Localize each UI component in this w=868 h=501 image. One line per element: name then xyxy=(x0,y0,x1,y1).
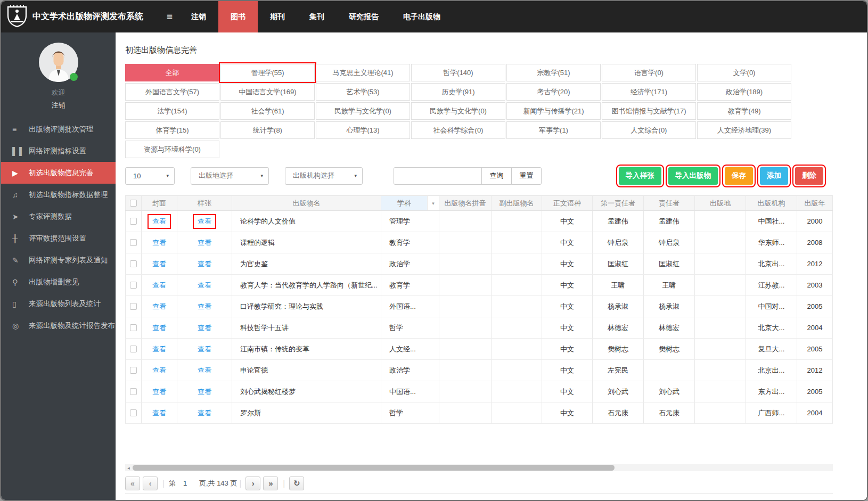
nav-tab-books[interactable]: 图书 xyxy=(218,1,258,32)
category-button[interactable]: 历史学(91) xyxy=(411,83,505,101)
next-page-button[interactable]: › xyxy=(245,477,260,490)
query-button[interactable]: 查询 xyxy=(481,167,512,185)
category-button[interactable]: 艺术学(53) xyxy=(316,83,410,101)
category-button[interactable]: 新闻学与传播学(21) xyxy=(506,102,601,120)
view-cover-link[interactable]: 查看 xyxy=(152,281,166,289)
category-button[interactable]: 管理学(55) xyxy=(220,64,315,81)
sidebar-item-source-report-publish[interactable]: ◎ 来源出版物及统计报告发布 xyxy=(1,315,116,336)
category-button[interactable]: 文学(0) xyxy=(697,64,791,81)
view-cover-link[interactable]: 查看 xyxy=(152,302,166,310)
view-cover-link[interactable]: 查看 xyxy=(152,345,166,353)
nav-tab-epublications[interactable]: 电子出版物 xyxy=(391,1,453,32)
category-button[interactable]: 民族学与文化学(0) xyxy=(411,102,505,120)
row-checkbox[interactable] xyxy=(130,367,137,374)
view-sample-link[interactable]: 查看 xyxy=(198,345,211,353)
category-button[interactable]: 统计学(8) xyxy=(220,121,315,139)
row-checkbox[interactable] xyxy=(130,239,137,246)
import-sample-button[interactable]: 导入样张 xyxy=(619,167,661,185)
category-button[interactable]: 民族学与文化学(0) xyxy=(316,102,410,120)
view-cover-link[interactable]: 查看 xyxy=(152,217,166,225)
publish-place-select[interactable]: 出版地选择 ▾ xyxy=(191,167,269,185)
category-button[interactable]: 马克思主义理论(41) xyxy=(316,64,410,81)
sidebar-logout-link[interactable]: 注销 xyxy=(1,101,116,110)
view-cover-link[interactable]: 查看 xyxy=(152,324,166,332)
view-sample-link[interactable]: 查看 xyxy=(198,260,211,268)
view-sample-link[interactable]: 查看 xyxy=(198,217,211,225)
sidebar-item-expert-evaluation-data[interactable]: ➤ 专家评测数据 xyxy=(1,206,116,227)
category-button[interactable]: 军事学(1) xyxy=(506,121,601,139)
search-input[interactable] xyxy=(394,167,482,185)
row-checkbox[interactable] xyxy=(130,346,137,352)
row-checkbox[interactable] xyxy=(130,282,137,289)
view-sample-link[interactable]: 查看 xyxy=(198,409,211,417)
row-checkbox[interactable] xyxy=(130,260,137,267)
category-button[interactable]: 宗教学(51) xyxy=(506,64,601,81)
view-sample-link[interactable]: 查看 xyxy=(198,366,211,374)
row-checkbox[interactable] xyxy=(130,218,137,225)
sidebar-item-network-index-settings[interactable]: ▌▐ 网络评测指标设置 xyxy=(1,140,116,162)
category-button[interactable]: 体育学(15) xyxy=(125,121,219,139)
sidebar-item-preselection-info[interactable]: ▶ 初选出版物信息完善 xyxy=(1,162,116,184)
category-button[interactable]: 语言学(0) xyxy=(602,64,696,81)
import-publication-button[interactable]: 导入出版物 xyxy=(668,167,718,185)
cell-place xyxy=(695,232,746,253)
sidebar-item-batch-management[interactable]: ≡ 出版物评测批次管理 xyxy=(1,118,116,140)
category-button[interactable]: 政治学(189) xyxy=(697,83,791,101)
nav-tab-journals[interactable]: 期刊 xyxy=(258,1,297,32)
category-button[interactable]: 外国语言文学(57) xyxy=(125,83,219,101)
first-page-button[interactable]: « xyxy=(125,477,140,490)
view-sample-link[interactable]: 查看 xyxy=(198,239,211,247)
prev-page-button[interactable]: ‹ xyxy=(143,477,158,490)
category-button[interactable]: 经济学(171) xyxy=(602,83,696,101)
page-size-select[interactable]: 10 ▾ xyxy=(125,167,175,185)
view-cover-link[interactable]: 查看 xyxy=(152,388,166,396)
view-sample-link[interactable]: 查看 xyxy=(198,281,211,289)
view-cover-link[interactable]: 查看 xyxy=(152,239,166,247)
view-cover-link[interactable]: 查看 xyxy=(152,260,166,268)
view-cover-link[interactable]: 查看 xyxy=(152,409,166,417)
horizontal-scrollbar[interactable]: ◂ xyxy=(125,464,833,471)
sidebar-item-index-data-organize[interactable]: ♫ 初选出版物指标数据整理 xyxy=(1,184,116,206)
sidebar-item-expert-list-notice[interactable]: ✎ 网络评测专家列表及通知 xyxy=(1,249,116,271)
category-button[interactable]: 人文综合(0) xyxy=(602,121,696,139)
publisher-select[interactable]: 出版机构选择 ▾ xyxy=(285,167,363,185)
add-button[interactable]: 添加 xyxy=(760,167,788,185)
category-button[interactable]: 考古学(20) xyxy=(506,83,601,101)
select-all-checkbox[interactable] xyxy=(130,200,137,207)
scroll-left-arrow-icon[interactable]: ◂ xyxy=(125,465,132,471)
category-button[interactable]: 教育学(49) xyxy=(697,102,791,120)
category-button[interactable]: 哲学(140) xyxy=(411,64,505,81)
nav-tab-logout[interactable]: 注销 xyxy=(179,1,218,32)
scrollbar-thumb[interactable] xyxy=(133,465,615,471)
category-button[interactable]: 全部 xyxy=(125,64,219,81)
view-sample-link[interactable]: 查看 xyxy=(198,302,211,310)
category-button[interactable]: 人文经济地理(39) xyxy=(697,121,791,139)
nav-tab-research-reports[interactable]: 研究报告 xyxy=(337,1,391,32)
category-button[interactable]: 法学(154) xyxy=(125,102,219,120)
row-checkbox[interactable] xyxy=(130,324,137,331)
view-cover-link[interactable]: 查看 xyxy=(152,366,166,374)
category-button[interactable]: 资源与环境科学(0) xyxy=(125,141,219,158)
nav-tab-collections[interactable]: 集刊 xyxy=(297,1,337,32)
row-checkbox[interactable] xyxy=(130,409,137,416)
view-sample-link[interactable]: 查看 xyxy=(198,324,211,332)
category-button[interactable]: 中国语言文学(169) xyxy=(220,83,315,101)
save-button[interactable]: 保存 xyxy=(725,167,753,185)
reset-button[interactable]: 重置 xyxy=(511,167,542,185)
sidebar-item-review-data-scope[interactable]: ╫ 评审数据范围设置 xyxy=(1,227,116,249)
row-checkbox[interactable] xyxy=(130,303,137,310)
sidebar-item-source-list-stats[interactable]: ▯ 来源出版物列表及统计 xyxy=(1,293,116,315)
delete-button[interactable]: 删除 xyxy=(795,167,823,185)
category-button[interactable]: 图书馆情报与文献学(17) xyxy=(602,102,696,120)
subject-filter-dropdown-icon[interactable]: ▾ xyxy=(428,196,439,210)
row-checkbox[interactable] xyxy=(130,388,137,395)
hamburger-menu-icon[interactable]: ≡ xyxy=(167,11,173,23)
view-sample-link[interactable]: 查看 xyxy=(198,388,211,396)
category-button[interactable]: 心理学(13) xyxy=(316,121,410,139)
last-page-button[interactable]: » xyxy=(263,477,278,490)
current-page-input[interactable] xyxy=(176,477,199,490)
refresh-icon[interactable]: ↻ xyxy=(289,477,304,490)
sidebar-item-add-delete-opinions[interactable]: ⚲ 出版物增删意见 xyxy=(1,271,116,293)
category-button[interactable]: 社会学(61) xyxy=(220,102,315,120)
category-button[interactable]: 社会科学综合(0) xyxy=(411,121,505,139)
